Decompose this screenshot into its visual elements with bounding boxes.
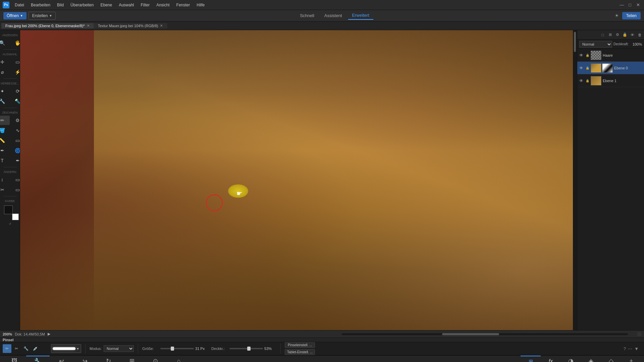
nav-start[interactable]: ⌂ Start bbox=[167, 356, 191, 362]
brush-erase-tool[interactable]: ✂ bbox=[12, 344, 21, 353]
nav-effekte[interactable]: fx Effekte bbox=[541, 356, 561, 362]
panel-icon-settings[interactable]: ⚙ bbox=[614, 32, 621, 38]
blend-mode-select[interactable]: Normal bbox=[579, 41, 612, 48]
tool-lasso[interactable]: ⌀ bbox=[0, 67, 10, 77]
menu-bearbeiten[interactable]: Bearbeiten bbox=[28, 2, 53, 8]
tool-liquify[interactable]: ▭ bbox=[10, 185, 20, 194]
maximize-icon[interactable]: □ bbox=[627, 2, 633, 8]
layer-haare-eye[interactable]: 👁 bbox=[579, 53, 584, 58]
panel-icon-lock[interactable]: 🔒 bbox=[622, 32, 628, 38]
opacity-slider[interactable] bbox=[229, 348, 263, 349]
nav-wiederholen[interactable]: ↪ Wiederholen bbox=[73, 356, 97, 362]
foreground-color[interactable] bbox=[4, 205, 13, 214]
tool-path[interactable]: 🌀 bbox=[10, 146, 20, 155]
tool-marquee[interactable]: ▭ bbox=[10, 57, 20, 67]
nav-mehr[interactable]: + Mehr bbox=[621, 356, 641, 362]
tool-brush[interactable]: ✏ bbox=[0, 116, 10, 125]
horizontal-scrollbar-thumb[interactable] bbox=[442, 333, 499, 335]
brush-detail-tool[interactable]: 🔧 bbox=[21, 344, 30, 353]
nav-drehen[interactable]: ↻ Drehen bbox=[97, 356, 120, 362]
doc-tab-0-close[interactable]: ✕ bbox=[87, 24, 90, 27]
menu-ansicht[interactable]: Ansicht bbox=[154, 2, 172, 8]
menu-filter[interactable]: Filter bbox=[138, 2, 153, 8]
nav-organizer[interactable]: ⊙ Organizer bbox=[144, 356, 167, 362]
nav-ebenen[interactable]: ⊞ Ebenen bbox=[521, 356, 541, 362]
tab-assistent[interactable]: Assistent bbox=[320, 12, 346, 19]
menu-fenster[interactable]: Fenster bbox=[174, 2, 193, 8]
size-slider[interactable] bbox=[160, 348, 194, 349]
doc-tab-1-close[interactable]: ✕ bbox=[160, 24, 163, 27]
tool-zoom[interactable]: 🔍 bbox=[0, 38, 10, 48]
layer-ebene0-eye[interactable]: 👁 bbox=[579, 65, 584, 71]
tool-eraser[interactable]: 🪣 bbox=[0, 126, 10, 135]
tool-move[interactable]: ✛ bbox=[0, 57, 10, 67]
background-color[interactable] bbox=[12, 214, 19, 220]
vertical-scrollbar[interactable] bbox=[573, 30, 577, 330]
tool-transform[interactable]: ✂ bbox=[0, 185, 10, 194]
brush-preset-picker[interactable]: ▼ bbox=[51, 344, 81, 353]
adjust-icon[interactable]: ☀ bbox=[613, 12, 620, 19]
pinsel-einstell-button[interactable]: Pinseleinstell. ... bbox=[285, 342, 315, 348]
close-icon[interactable]: ✕ bbox=[635, 2, 641, 8]
opacity-slider-thumb[interactable] bbox=[247, 347, 251, 351]
tab-erweitert[interactable]: Erweitert bbox=[348, 11, 373, 20]
layer-haare[interactable]: 👁 🔒 Haare bbox=[577, 49, 644, 62]
tablet-einstell-button[interactable]: Tablet-Einstell. ... bbox=[285, 349, 315, 355]
doc-tab-0[interactable]: Frau.jpeg bei 200% (Ebene 0, Ebenenmaske… bbox=[1, 23, 94, 28]
nav-filter[interactable]: ◑ Filter bbox=[561, 356, 581, 362]
nav-layout[interactable]: ⊞ Layout bbox=[120, 356, 144, 362]
nav-stile[interactable]: ◈ Stile bbox=[581, 356, 601, 362]
tool-slice[interactable]: ▭ bbox=[10, 175, 20, 184]
menu-auswahl[interactable]: Auswahl bbox=[116, 2, 137, 8]
tab-schnell[interactable]: Schnell bbox=[296, 12, 318, 19]
menu-ebene[interactable]: Ebene bbox=[98, 2, 115, 8]
minimize-icon[interactable]: — bbox=[619, 2, 625, 8]
layer-ebene1-lock[interactable]: 🔒 bbox=[585, 79, 589, 83]
panel-icon-eye[interactable]: 👁 bbox=[629, 32, 635, 38]
tool-crop[interactable]: ↕ bbox=[0, 175, 10, 184]
layer-ebene1[interactable]: 👁 🔒 Ebene 1 bbox=[577, 74, 644, 87]
create-button[interactable]: Erstellen ▼ bbox=[29, 12, 56, 20]
tool-type-vert[interactable]: ✒ bbox=[10, 156, 20, 165]
layer-ebene1-eye[interactable]: 👁 bbox=[579, 78, 584, 83]
nav-rueckgaengig[interactable]: ↩ Rückgängig bbox=[50, 356, 73, 362]
vertical-scrollbar-thumb[interactable] bbox=[574, 32, 576, 52]
tool-type[interactable]: T bbox=[0, 156, 10, 165]
doc-tab-1[interactable]: Textur Mauer.jpeg bei 104% (RGB/8) ✕ bbox=[94, 23, 167, 28]
menu-hilfe[interactable]: Hilfe bbox=[194, 2, 207, 8]
color-reset[interactable]: ↺ bbox=[9, 222, 11, 226]
nav-fotobereich[interactable]: 🖼 Fotobereich bbox=[3, 356, 26, 362]
panel-icon-copy[interactable]: ⊞ bbox=[607, 32, 613, 38]
tool-history-brush[interactable]: ⚙ bbox=[10, 116, 20, 125]
collapse-icon[interactable]: ▼ bbox=[634, 346, 639, 351]
tool-red-eye[interactable]: ⟳ bbox=[10, 86, 20, 96]
layer-ebene0[interactable]: 👁 🔒 Ebene 0 bbox=[577, 62, 644, 74]
tool-sharpen[interactable]: 🔧 bbox=[0, 97, 10, 106]
tool-gradient[interactable]: 📏 bbox=[0, 136, 10, 145]
tool-dodge[interactable]: 🔦 bbox=[10, 97, 20, 106]
tool-spot-heal[interactable]: ✦ bbox=[0, 86, 10, 96]
menu-bild[interactable]: Bild bbox=[54, 2, 66, 8]
menu-datei[interactable]: Datei bbox=[12, 2, 27, 8]
layer-haare-lock[interactable]: 🔒 bbox=[585, 53, 589, 57]
panel-icon-new[interactable]: □ bbox=[600, 32, 606, 38]
brush-sample-tool[interactable]: 💉 bbox=[31, 344, 40, 353]
modus-select[interactable]: Normal bbox=[104, 345, 134, 352]
tool-fill[interactable]: ∿ bbox=[10, 126, 20, 135]
more-icon[interactable]: ⋯ bbox=[628, 346, 632, 351]
horizontal-scrollbar[interactable] bbox=[342, 333, 628, 335]
nav-wz-optionen[interactable]: 🔧 WZ-Optionen bbox=[26, 356, 50, 362]
open-button[interactable]: Öffnen ▼ bbox=[3, 12, 26, 19]
tool-magic-wand[interactable]: ⚡ bbox=[10, 67, 20, 77]
tool-shape[interactable]: ▭ bbox=[10, 136, 20, 145]
help-icon[interactable]: ? bbox=[624, 346, 626, 351]
share-button[interactable]: Teilen bbox=[622, 12, 641, 19]
brush-paint-tool[interactable]: ✏ bbox=[3, 344, 11, 353]
tool-hand[interactable]: 🖐 bbox=[10, 38, 20, 48]
tool-pen[interactable]: ✒ bbox=[0, 146, 10, 155]
canvas-area[interactable]: ☛ bbox=[20, 30, 577, 330]
layer-ebene0-lock[interactable]: 🔒 bbox=[585, 66, 589, 70]
size-slider-thumb[interactable] bbox=[171, 347, 174, 351]
menu-ueberarbeiten[interactable]: Überarbeiten bbox=[68, 2, 96, 8]
nav-grafiken[interactable]: ◇ Grafiken bbox=[601, 356, 621, 362]
